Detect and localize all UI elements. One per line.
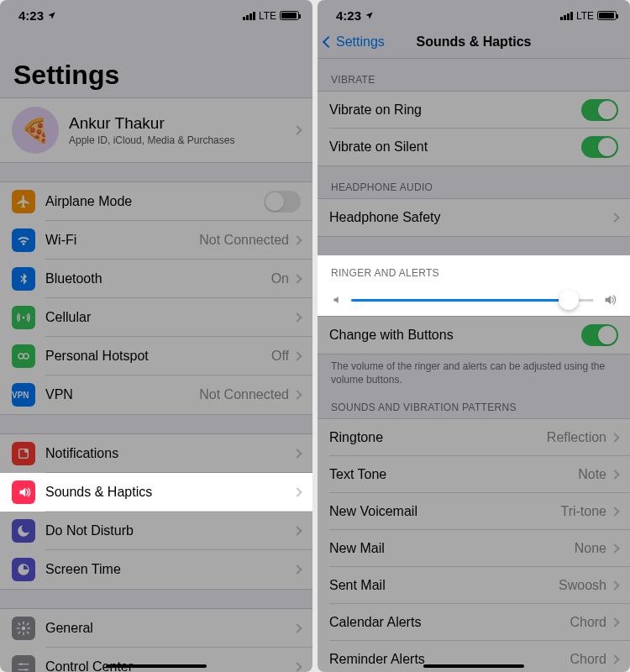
profile-group[interactable]: 🍕 Ankur Thakur Apple ID, iCloud, Media &… [0, 97, 312, 163]
status-bar: 4:23 LTE [0, 0, 312, 26]
pattern-row-1[interactable]: Text ToneNote [318, 456, 630, 493]
volume-low-icon [331, 294, 343, 306]
profile-subtitle: Apple ID, iCloud, Media & Purchases [69, 134, 294, 146]
battery-icon [597, 11, 617, 20]
row-value: Tri-tone [560, 504, 606, 519]
notifications-icon [12, 442, 35, 465]
chevron-right-icon [610, 213, 619, 222]
row-label: Sounds & Haptics [45, 485, 294, 500]
dnd-icon [12, 519, 35, 543]
notifications-row[interactable]: Notifications [0, 434, 312, 473]
patterns-group: RingtoneReflectionText ToneNoteNew Voice… [318, 418, 630, 672]
chevron-right-icon [292, 274, 302, 283]
sounds-haptics-screen: 4:23 LTE Settings Sounds & Haptics Vibra… [318, 0, 630, 672]
page-title: Settings [0, 26, 312, 97]
row-label: Vibrate on Silent [329, 139, 581, 155]
slider-thumb[interactable] [559, 290, 579, 310]
section-header-patterns: Sounds and Vibration Patterns [318, 386, 630, 418]
controlcenter-icon [12, 655, 35, 672]
ringer-volume-slider[interactable] [351, 299, 593, 302]
battery-icon [280, 11, 299, 20]
wifi-row[interactable]: Wi-FiNot Connected [0, 221, 312, 260]
svg-point-6 [22, 627, 26, 631]
pattern-row-0[interactable]: RingtoneReflection [318, 419, 630, 456]
hotspot-row[interactable]: Personal HotspotOff [0, 337, 312, 375]
chevron-right-icon [292, 662, 302, 671]
change-buttons-group: Change with Buttons [318, 316, 630, 354]
location-icon [365, 8, 374, 23]
chevron-right-icon [292, 564, 302, 574]
airplane-icon [12, 190, 35, 213]
chevron-right-icon [610, 470, 619, 480]
vpn-row[interactable]: VPNVPNNot Connected [0, 375, 312, 414]
back-label: Settings [336, 34, 385, 50]
vibrate-row-1[interactable]: Vibrate on Silent [318, 129, 630, 165]
home-indicator[interactable] [423, 664, 524, 668]
settings-screen: 4:23 LTE Settings 🍕 Ankur Thakur Apple I… [0, 0, 312, 672]
row-label: General [45, 621, 294, 636]
hotspot-icon [12, 344, 35, 368]
row-value: Not Connected [199, 233, 289, 248]
sounds-row[interactable]: Sounds & Haptics [0, 473, 312, 512]
row-label: New Voicemail [329, 504, 560, 519]
change-with-buttons-toggle[interactable] [581, 324, 618, 346]
pattern-row-3[interactable]: New MailNone [318, 530, 630, 567]
row-label: Screen Time [45, 562, 294, 577]
row-label: Sent Mail [329, 578, 559, 593]
bluetooth-row[interactable]: BluetoothOn [0, 260, 312, 298]
pattern-row-2[interactable]: New VoicemailTri-tone [318, 493, 630, 530]
row-label: VPN [45, 387, 199, 402]
attention-group: NotificationsSounds & HapticsDo Not Dist… [0, 433, 312, 590]
nav-title: Sounds & Haptics [417, 34, 532, 50]
airplane-toggle[interactable] [264, 191, 301, 213]
screentime-icon [12, 558, 35, 581]
screentime-row[interactable]: Screen Time [0, 550, 312, 589]
vibrate-row-0[interactable]: Vibrate on Ring [318, 92, 630, 129]
change-with-buttons-row[interactable]: Change with Buttons [318, 317, 630, 354]
vibrate-row-0-toggle[interactable] [581, 99, 618, 121]
row-value: Not Connected [199, 387, 289, 402]
back-button[interactable]: Settings [324, 34, 385, 50]
row-label: Notifications [45, 446, 294, 461]
dnd-row[interactable]: Do Not Disturb [0, 512, 312, 550]
row-value: On [271, 271, 289, 286]
ringer-footer: The volume of the ringer and alerts can … [318, 354, 630, 386]
network-label: LTE [576, 10, 594, 22]
ringer-alerts-group: Ringer and Alerts [318, 255, 630, 316]
chevron-right-icon [610, 433, 619, 443]
row-value: Chord [570, 652, 606, 667]
chevron-right-icon [292, 623, 302, 633]
row-label: Vibrate on Ring [329, 102, 581, 118]
row-label: Personal Hotspot [45, 349, 271, 364]
profile-row[interactable]: 🍕 Ankur Thakur Apple ID, iCloud, Media &… [0, 98, 312, 162]
home-indicator[interactable] [106, 664, 207, 668]
pattern-row-4[interactable]: Sent MailSwoosh [318, 567, 630, 604]
chevron-right-icon [292, 312, 302, 322]
chevron-right-icon [610, 618, 619, 627]
svg-point-5 [24, 449, 29, 453]
airplane-row[interactable]: Airplane Mode [0, 182, 312, 221]
pattern-row-5[interactable]: Calendar AlertsChord [318, 604, 630, 641]
row-label: Text Tone [329, 467, 578, 482]
general-icon [12, 617, 35, 640]
chevron-right-icon [610, 581, 619, 591]
controlcenter-row[interactable]: Control Center [0, 648, 312, 672]
row-value: Reflection [547, 430, 606, 445]
chevron-right-icon [292, 487, 302, 496]
row-label: Bluetooth [45, 271, 271, 286]
chevron-right-icon [292, 351, 302, 360]
status-time: 4:23 [18, 8, 44, 23]
headphone-safety-row[interactable]: Headphone Safety [318, 199, 630, 236]
cellular-row[interactable]: Cellular [0, 298, 312, 337]
section-header-headphone: Headphone Audio [318, 166, 630, 198]
row-value: None [575, 541, 606, 556]
section-header-ringer: Ringer and Alerts [318, 255, 630, 284]
profile-name: Ankur Thakur [69, 114, 294, 133]
row-label: Calendar Alerts [329, 615, 570, 630]
general-row[interactable]: General [0, 609, 312, 648]
bluetooth-icon [12, 267, 35, 291]
vibrate-row-1-toggle[interactable] [581, 136, 618, 158]
row-label: Change with Buttons [329, 328, 581, 343]
volume-high-icon [601, 292, 617, 307]
nav-bar: Settings Sounds & Haptics [318, 26, 630, 59]
